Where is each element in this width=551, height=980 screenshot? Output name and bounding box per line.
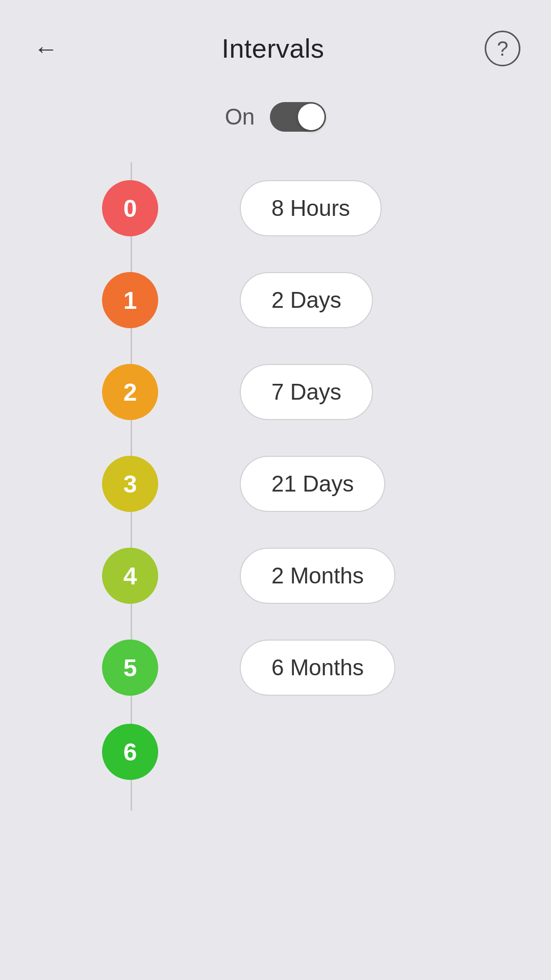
node-label-0: 0	[123, 194, 137, 223]
interval-text-2: 7 Days	[271, 379, 341, 404]
node-2: 2	[102, 364, 158, 420]
node-label-2: 2	[123, 378, 137, 406]
interval-pill-4[interactable]: 2 Months	[240, 548, 395, 604]
toggle-knob	[298, 104, 324, 130]
interval-pill-1[interactable]: 2 Days	[240, 272, 373, 328]
header: ← Intervals ?	[0, 0, 551, 82]
interval-row-6: 6	[0, 714, 551, 780]
node-3: 3	[102, 456, 158, 512]
interval-pill-5[interactable]: 6 Months	[240, 640, 395, 696]
interval-pill-3[interactable]: 21 Days	[240, 456, 385, 512]
back-arrow-icon: ←	[34, 35, 58, 63]
help-button[interactable]: ?	[485, 31, 520, 66]
interval-text-5: 6 Months	[271, 655, 364, 680]
interval-row-5: 5 6 Months	[0, 622, 551, 714]
node-label-4: 4	[123, 562, 137, 590]
interval-row-2: 2 7 Days	[0, 346, 551, 438]
timeline: 0 8 Hours 1 2 Days 2 7 Days 3 21 Days	[0, 162, 551, 811]
interval-text-1: 2 Days	[271, 287, 341, 312]
node-label-6: 6	[123, 738, 137, 766]
page-title: Intervals	[221, 33, 324, 64]
node-1: 1	[102, 272, 158, 328]
interval-text-4: 2 Months	[271, 563, 364, 588]
node-4: 4	[102, 548, 158, 604]
on-off-toggle[interactable]	[270, 102, 326, 132]
interval-text-0: 8 Hours	[271, 195, 350, 220]
interval-text-3: 21 Days	[271, 471, 354, 496]
toggle-row: On	[0, 82, 551, 162]
interval-pill-2[interactable]: 7 Days	[240, 364, 373, 420]
node-0: 0	[102, 180, 158, 236]
node-6: 6	[102, 724, 158, 780]
interval-row-0: 0 8 Hours	[0, 162, 551, 254]
interval-pill-0[interactable]: 8 Hours	[240, 180, 382, 236]
interval-row-4: 4 2 Months	[0, 530, 551, 622]
node-label-5: 5	[123, 654, 137, 682]
toggle-label: On	[225, 104, 255, 130]
interval-row-1: 1 2 Days	[0, 254, 551, 346]
help-icon: ?	[497, 37, 508, 60]
interval-row-3: 3 21 Days	[0, 438, 551, 530]
back-button[interactable]: ←	[31, 33, 61, 64]
node-label-1: 1	[123, 286, 137, 314]
node-5: 5	[102, 640, 158, 696]
node-label-3: 3	[123, 470, 137, 498]
